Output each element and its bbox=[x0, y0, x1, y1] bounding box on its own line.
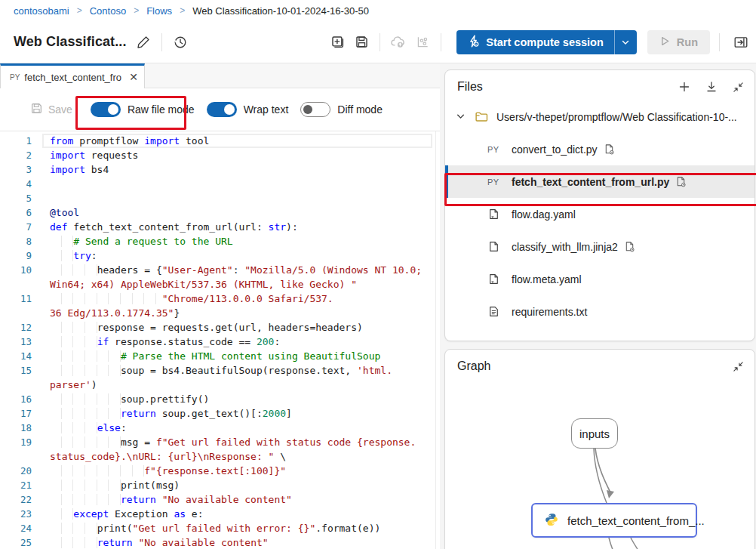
file-item-classify_with_llm.jinja2[interactable]: classify_with_llm.jinja2 bbox=[445, 230, 754, 263]
breadcrumb-item[interactable]: Flows bbox=[146, 5, 172, 17]
evaluate-icon bbox=[415, 35, 430, 50]
chevron-down-icon[interactable] bbox=[456, 112, 466, 122]
graph-panel: Graph inputs fetch_text_co bbox=[444, 349, 755, 549]
editor-toolbar: Save Raw file mode Wrap text Diff mode bbox=[0, 88, 440, 131]
divider bbox=[161, 33, 162, 51]
edit-title-button[interactable] bbox=[131, 30, 155, 54]
breadcrumb-item: Web Classification-10-01-2024-16-30-50 bbox=[192, 5, 369, 17]
python-file-badge: PY bbox=[487, 177, 502, 187]
code-line[interactable]: 5 bbox=[0, 191, 440, 205]
diff-mode-toggle[interactable] bbox=[300, 102, 330, 117]
code-line[interactable]: 6@tool bbox=[0, 205, 440, 220]
file-name: fetch_text_content_from_url.py bbox=[512, 176, 669, 188]
save-all-button[interactable] bbox=[349, 30, 373, 54]
code-line[interactable]: 18 else: bbox=[0, 421, 440, 435]
start-compute-session-button[interactable]: Start compute session bbox=[456, 30, 637, 54]
file-item-convert_to_dict.py[interactable]: PYconvert_to_dict.py bbox=[445, 133, 754, 165]
graph-panel-title: Graph bbox=[457, 359, 490, 373]
code-line[interactable]: 8 # Send a request to the URL bbox=[0, 234, 440, 248]
code-line[interactable]: 16 soup.prettify() bbox=[0, 392, 440, 406]
python-icon bbox=[545, 513, 558, 529]
file-link-icon bbox=[604, 143, 615, 155]
code-line[interactable]: Win64; x64) AppleWebKit/537.36 (KHTML, l… bbox=[0, 277, 440, 291]
close-tab-icon[interactable]: ✕ bbox=[129, 71, 138, 83]
code-line[interactable]: 7def fetch_text_content_from_url(url: st… bbox=[0, 220, 440, 234]
download-files-button[interactable] bbox=[705, 81, 718, 93]
collapse-panel-icon[interactable] bbox=[733, 361, 744, 372]
line-number: 13 bbox=[0, 335, 32, 349]
code-line[interactable]: 9 try: bbox=[0, 248, 440, 263]
breadcrumb-item[interactable]: contosobami bbox=[14, 5, 69, 17]
code-line[interactable]: parser') bbox=[0, 378, 440, 392]
file-item-requirements.txt[interactable]: requirements.txt bbox=[445, 295, 754, 328]
code-line[interactable]: 21 print(msg) bbox=[0, 478, 440, 492]
folder-path: Users/v-thepet/promptflow/Web Classifica… bbox=[496, 111, 737, 123]
wrap-text-label: Wrap text bbox=[244, 103, 289, 116]
line-number: 8 bbox=[0, 234, 32, 248]
flow-header: Web Classificat... bbox=[0, 21, 756, 63]
code-line[interactable]: 12 response = requests.get(url, headers=… bbox=[0, 320, 440, 335]
add-file-button[interactable] bbox=[678, 81, 690, 93]
code-line[interactable]: 10 headers = {"User-Agent": "Mozilla/5.0… bbox=[0, 263, 440, 277]
code-line[interactable]: 14 # Parse the HTML content using Beauti… bbox=[0, 349, 440, 363]
code-line[interactable]: 19 msg = f"Get url failed with status co… bbox=[0, 435, 440, 449]
code-line[interactable]: 2import requests bbox=[0, 148, 440, 162]
graph-canvas[interactable]: inputs fetch_text_content_from_... bbox=[445, 373, 754, 549]
graph-node-fetch-text-content[interactable]: fetch_text_content_from_... bbox=[531, 503, 697, 538]
code-line[interactable]: status_code}.\nURL: {url}\nResponse: " \ bbox=[0, 449, 440, 464]
folder-row[interactable]: Users/v-thepet/promptflow/Web Classifica… bbox=[445, 100, 754, 133]
file-item-flow.meta.yaml[interactable]: flow.meta.yaml bbox=[445, 263, 754, 295]
divider bbox=[380, 33, 380, 51]
tab-fetch-text-content[interactable]: PY fetch_text_content_fro ✕ bbox=[0, 63, 145, 88]
run-button[interactable]: Run bbox=[647, 30, 710, 54]
page-title: Web Classificat... bbox=[14, 34, 127, 50]
code-line[interactable]: 25 return "No available content" bbox=[0, 535, 440, 549]
file-tree: Users/v-thepet/promptflow/Web Classifica… bbox=[445, 100, 754, 328]
deploy-button[interactable] bbox=[386, 30, 410, 54]
editor-tabstrip: PY fetch_text_content_fro ✕ bbox=[0, 63, 440, 88]
yaml-file-icon bbox=[487, 208, 502, 221]
save-icon bbox=[355, 35, 369, 49]
line-number: 18 bbox=[0, 421, 32, 435]
clone-button[interactable] bbox=[325, 30, 349, 54]
evaluate-button[interactable] bbox=[410, 30, 435, 54]
code-editor[interactable]: 1from promptflow import tool2import requ… bbox=[0, 131, 440, 549]
folder-icon bbox=[475, 109, 489, 124]
code-line[interactable]: 20 f"{response.text[:100]}" bbox=[0, 464, 440, 478]
save-label: Save bbox=[48, 103, 72, 116]
file-icon bbox=[487, 240, 502, 253]
code-line[interactable]: 24 print("Get url failed with error: {}"… bbox=[0, 521, 440, 535]
graph-node-inputs[interactable]: inputs bbox=[571, 418, 618, 449]
code-line[interactable]: 22 return "No available content" bbox=[0, 492, 440, 507]
code-line[interactable]: 15 soup = bs4.BeautifulSoup(response.tex… bbox=[0, 363, 440, 378]
line-number: 4 bbox=[0, 177, 32, 191]
raw-file-mode-toggle[interactable] bbox=[91, 102, 121, 117]
code-line[interactable]: 1from promptflow import tool bbox=[0, 134, 440, 148]
code-line[interactable]: 3import bs4 bbox=[0, 162, 440, 177]
run-label: Run bbox=[677, 36, 698, 48]
breadcrumb-item[interactable]: Contoso bbox=[90, 5, 126, 17]
wrap-text-toggle[interactable] bbox=[207, 102, 237, 117]
open-panel-button[interactable] bbox=[726, 30, 756, 54]
add-file-icon bbox=[330, 35, 345, 49]
promptflow-app: contosobami>Contoso>Flows>Web Classifica… bbox=[0, 0, 756, 549]
code-line[interactable]: 36 Edg/113.0.1774.35"} bbox=[0, 306, 440, 320]
code-line[interactable]: 11 "Chrome/113.0.0.0 Safari/537. bbox=[0, 291, 440, 306]
code-line[interactable]: 13 if response.status_code == 200: bbox=[0, 335, 440, 349]
compute-session-dropdown[interactable] bbox=[614, 30, 637, 54]
raw-file-mode-label: Raw file mode bbox=[128, 103, 195, 116]
history-button[interactable] bbox=[168, 30, 192, 54]
line-number: 14 bbox=[0, 349, 32, 363]
code-line[interactable]: 17 return soup.get_text()[:2000] bbox=[0, 406, 440, 421]
code-line[interactable]: 23 except Exception as e: bbox=[0, 507, 440, 521]
save-button[interactable]: Save bbox=[30, 102, 72, 117]
line-number: 1 bbox=[0, 134, 32, 148]
play-icon bbox=[659, 35, 671, 49]
file-item-fetch_text_content_from_url.py[interactable]: PYfetch_text_content_from_url.py bbox=[445, 165, 754, 198]
code-line[interactable]: 4 bbox=[0, 177, 440, 191]
python-file-badge: PY bbox=[487, 145, 502, 154]
diff-mode-label: Diff mode bbox=[337, 103, 383, 116]
collapse-panel-icon[interactable] bbox=[733, 82, 744, 93]
line-number bbox=[0, 306, 32, 320]
file-item-flow.dag.yaml[interactable]: flow.dag.yaml bbox=[445, 198, 754, 230]
